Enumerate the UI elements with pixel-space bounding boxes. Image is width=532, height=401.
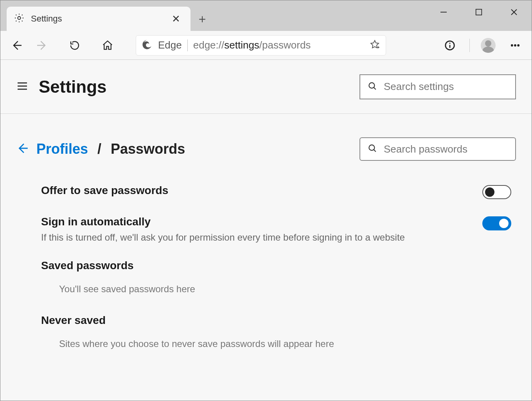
search-settings-box[interactable] <box>359 74 516 99</box>
refresh-button[interactable] <box>66 37 83 54</box>
svg-point-12 <box>518 44 519 46</box>
browser-tab[interactable]: Settings ✕ <box>7 7 191 31</box>
sign-in-auto-row: Sign in automatically If this is turned … <box>41 216 511 243</box>
search-icon <box>367 143 377 155</box>
breadcrumb-row: Profiles / Passwords <box>16 137 516 161</box>
more-menu-button[interactable] <box>507 37 524 54</box>
new-tab-button[interactable]: ＋ <box>191 7 214 31</box>
menu-icon[interactable] <box>16 80 29 94</box>
settings-title: Settings <box>39 77 107 97</box>
search-icon <box>367 81 377 93</box>
never-saved-section: Never saved Sites where you choose to ne… <box>41 314 511 349</box>
never-saved-title: Never saved <box>41 314 511 327</box>
home-button[interactable] <box>99 37 116 54</box>
breadcrumb-current: Passwords <box>111 141 185 157</box>
breadcrumb-separator: / <box>97 141 101 157</box>
gear-icon <box>14 13 25 25</box>
svg-rect-2 <box>476 9 482 15</box>
minimize-button[interactable] <box>426 0 461 24</box>
offer-save-passwords-row: Offer to save passwords <box>41 184 511 199</box>
offer-save-toggle[interactable] <box>482 185 511 199</box>
svg-point-0 <box>18 16 20 19</box>
svg-point-8 <box>449 42 451 43</box>
maximize-button[interactable] <box>461 0 496 24</box>
saved-passwords-section: Saved passwords You'll see saved passwor… <box>41 259 511 295</box>
breadcrumb-back-button[interactable] <box>16 142 29 156</box>
svg-line-19 <box>374 149 376 151</box>
forward-button[interactable] <box>33 37 50 54</box>
never-saved-empty-text: Sites where you choose to never save pas… <box>59 338 511 349</box>
address-label: Edge <box>158 39 182 51</box>
search-settings-input[interactable] <box>384 81 511 93</box>
back-button[interactable] <box>8 37 25 54</box>
window-controls <box>426 0 532 24</box>
close-window-button[interactable] <box>496 0 532 24</box>
toolbar-divider <box>469 39 470 52</box>
search-passwords-box[interactable] <box>359 137 516 161</box>
saved-passwords-title: Saved passwords <box>41 259 511 272</box>
address-url: edge://settings/passwords <box>193 39 364 51</box>
settings-content: Profiles / Passwords Offer to save passw… <box>0 114 532 401</box>
close-tab-button[interactable]: ✕ <box>169 11 183 27</box>
sign-in-auto-desc: If this is turned off, we'll ask you for… <box>41 232 482 243</box>
svg-point-11 <box>514 44 516 46</box>
breadcrumb-parent-link[interactable]: Profiles <box>36 141 88 157</box>
sign-in-auto-toggle[interactable] <box>482 216 511 230</box>
favorite-icon[interactable] <box>369 39 380 52</box>
svg-point-10 <box>511 44 513 46</box>
svg-line-17 <box>374 87 376 89</box>
info-button[interactable] <box>441 37 458 54</box>
address-divider <box>187 40 188 51</box>
settings-header: Settings <box>0 60 532 114</box>
browser-toolbar: Edge edge://settings/passwords <box>0 31 532 60</box>
offer-save-title: Offer to save passwords <box>41 184 482 197</box>
edge-logo-icon <box>142 39 153 52</box>
sign-in-auto-title: Sign in automatically <box>41 216 482 228</box>
titlebar: Settings ✕ ＋ <box>0 0 532 31</box>
profile-avatar[interactable] <box>481 38 496 53</box>
tab-title: Settings <box>31 14 169 24</box>
saved-passwords-empty-text: You'll see saved passwords here <box>59 284 511 295</box>
search-passwords-input[interactable] <box>384 143 511 155</box>
address-bar[interactable]: Edge edge://settings/passwords <box>136 35 386 56</box>
